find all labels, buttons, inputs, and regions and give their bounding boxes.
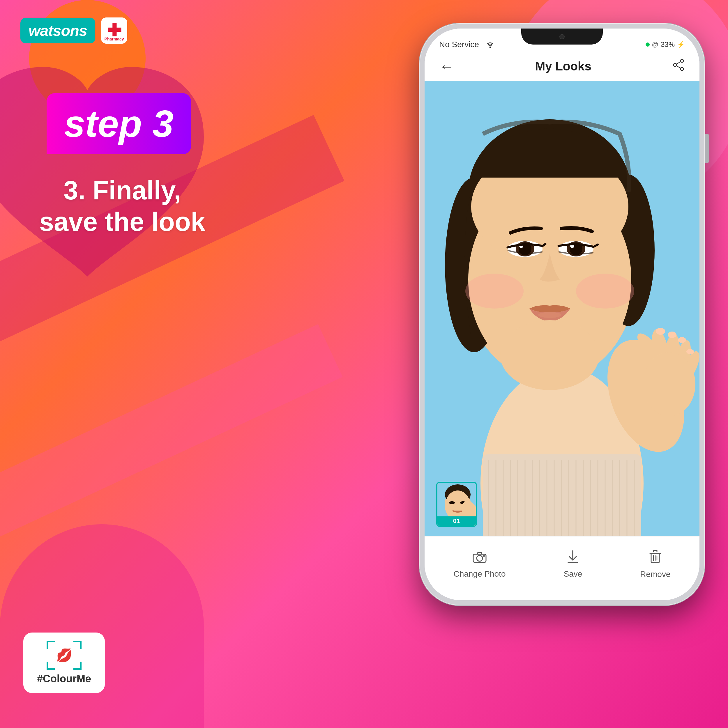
svg-point-58 bbox=[538, 312, 561, 318]
instruction-text: 3. Finally, save the look bbox=[23, 174, 221, 237]
phone-frame: No Service ️ 11:18 AM bbox=[419, 23, 705, 606]
no-service-text: No Service bbox=[439, 40, 479, 49]
svg-point-36 bbox=[643, 352, 695, 416]
pharmacy-label: Pharmacy bbox=[104, 37, 124, 41]
svg-point-37 bbox=[656, 328, 665, 335]
save-button[interactable]: Save bbox=[564, 549, 582, 579]
battery-percent: 33% bbox=[661, 40, 675, 49]
thumbnail-item-01[interactable]: 01 bbox=[436, 482, 477, 527]
pink-blob-lower-decoration bbox=[0, 524, 204, 728]
svg-point-64 bbox=[449, 501, 455, 504]
phone-container: No Service ️ 11:18 AM bbox=[419, 23, 705, 707]
bottom-action-bar: Change Photo Save bbox=[425, 536, 699, 600]
remove-button[interactable]: Remove bbox=[640, 549, 670, 579]
change-photo-button[interactable]: Change Photo bbox=[454, 549, 506, 579]
save-label: Save bbox=[564, 569, 582, 579]
pharmacy-badge: ✚ Pharmacy bbox=[101, 17, 127, 44]
trash-icon bbox=[649, 549, 662, 567]
phone-camera bbox=[559, 34, 565, 39]
svg-point-2 bbox=[674, 63, 676, 66]
phone-power-button bbox=[705, 134, 710, 163]
svg-point-38 bbox=[668, 332, 676, 338]
thumbnail-strip: 01 bbox=[436, 481, 688, 528]
change-photo-label: Change Photo bbox=[454, 569, 506, 579]
app-header: ← My Looks bbox=[425, 52, 699, 81]
phone-notch bbox=[521, 29, 603, 44]
svg-line-4 bbox=[676, 62, 680, 64]
instruction-line1: 3. Finally, bbox=[63, 176, 181, 205]
save-icon bbox=[566, 549, 579, 567]
colour-me-logo: 💋 #ColourMe bbox=[23, 633, 105, 693]
svg-point-40 bbox=[687, 349, 694, 354]
status-green-dot bbox=[645, 43, 650, 47]
step-label-container: step 3 bbox=[47, 93, 191, 154]
svg-point-59 bbox=[500, 320, 599, 390]
step-label-text: step 3 bbox=[64, 102, 173, 145]
photo-area: 01 bbox=[425, 81, 699, 536]
face-corner-bl bbox=[47, 662, 55, 670]
remove-label: Remove bbox=[640, 570, 670, 579]
svg-point-57 bbox=[576, 274, 634, 309]
watsons-logo: watsons bbox=[20, 18, 95, 43]
face-corner-tl bbox=[47, 641, 55, 649]
svg-line-5 bbox=[676, 66, 680, 68]
status-at-sign: @ bbox=[652, 41, 658, 48]
svg-point-3 bbox=[680, 67, 684, 70]
logo-area: watsons ✚ Pharmacy bbox=[20, 17, 127, 44]
share-button[interactable] bbox=[672, 58, 685, 74]
face-scan-icon: 💋 bbox=[47, 641, 81, 670]
thumbnail-label: 01 bbox=[437, 516, 476, 526]
model-photo bbox=[425, 81, 699, 536]
phone-screen: No Service ️ 11:18 AM bbox=[425, 29, 699, 600]
svg-point-0 bbox=[489, 46, 490, 48]
wifi-icon: ️ bbox=[484, 40, 494, 49]
lips-icon: 💋 bbox=[56, 648, 72, 663]
header-title: My Looks bbox=[535, 60, 592, 73]
svg-point-39 bbox=[678, 337, 686, 343]
instruction-area: 3. Finally, save the look bbox=[23, 174, 221, 237]
face-corner-br bbox=[74, 662, 81, 670]
status-signal: No Service ️ bbox=[439, 40, 494, 49]
status-battery-area: @ 33% ⚡ bbox=[645, 40, 685, 49]
instruction-line2: save the look bbox=[39, 207, 205, 236]
back-button[interactable]: ← bbox=[439, 58, 454, 75]
svg-point-56 bbox=[465, 274, 524, 309]
charging-icon: ⚡ bbox=[677, 41, 685, 48]
camera-icon bbox=[472, 549, 487, 567]
svg-point-1 bbox=[680, 60, 684, 62]
svg-point-68 bbox=[477, 555, 483, 561]
face-corner-tr bbox=[74, 641, 81, 649]
colour-me-text: #ColourMe bbox=[37, 673, 91, 685]
svg-point-69 bbox=[483, 555, 485, 557]
watsons-brand-name: watsons bbox=[29, 22, 87, 39]
